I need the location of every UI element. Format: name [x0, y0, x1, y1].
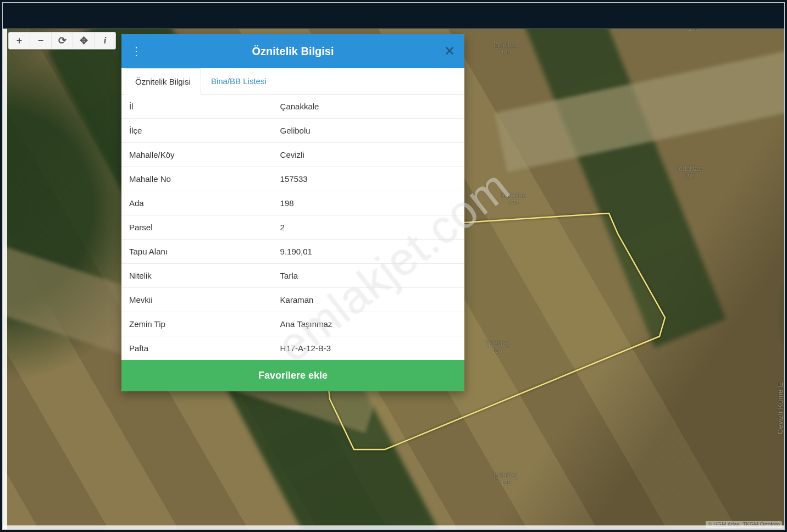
frame-edge [3, 525, 784, 529]
app-header [3, 3, 784, 28]
locate-icon: ✥ [80, 35, 88, 47]
modal-close-button[interactable]: ✕ [435, 34, 464, 68]
attribute-key: Zemin Tip [121, 312, 273, 336]
parcel-label: İğdelitaş198 [677, 165, 702, 180]
table-row: Zemin TipAna Taşınmaz [121, 312, 464, 336]
attribute-key: Tapu Alanı [121, 240, 273, 264]
attribute-value: Cevizli [273, 143, 464, 167]
reset-view-button[interactable]: ⟳ [52, 32, 73, 49]
reset-view-icon: ⟳ [58, 35, 66, 47]
zoom-out-button[interactable]: − [30, 32, 52, 49]
attribute-value: Ana Taşınmaz [273, 312, 464, 336]
parcel-label: İğdelitaş198 [494, 41, 518, 57]
satellite-map[interactable]: İğdelitaş198İğdelitaş198İğdelitaş198İğde… [3, 29, 784, 529]
attribute-value: 9.190,01 [273, 240, 464, 264]
zoom-out-icon: − [38, 35, 44, 47]
attribute-key: Parsel [121, 215, 273, 240]
table-row: İlçeGelibolu [121, 119, 464, 143]
attribute-key: Mahalle/Köy [121, 143, 273, 167]
parcel-label: İğdelitaş198 [494, 472, 518, 487]
zoom-in-button[interactable]: + [9, 32, 30, 49]
table-row: Mahalle No157533 [121, 167, 464, 191]
modal-title: Öznitelik Bilgisi [151, 45, 435, 58]
attribute-value: Karaman [273, 288, 464, 312]
attribute-key: İlçe [121, 119, 273, 143]
parcel-label: İğdelitaş198 [681, 29, 706, 33]
table-row: Mahalle/KöyCevizli [121, 143, 464, 167]
tab-attribute-info[interactable]: Öznitelik Bilgisi [125, 68, 201, 95]
attribute-value: 2 [273, 215, 464, 240]
table-row: Parsel2 [121, 215, 464, 240]
attribute-value: H17-A-12-B-3 [273, 336, 464, 361]
attribute-key: Ada [121, 191, 273, 215]
frame-edge [3, 29, 7, 529]
attribute-key: Mevkii [121, 288, 273, 312]
attribute-value: Gelibolu [273, 119, 464, 143]
map-toolbar: +−⟳✥i [8, 32, 116, 49]
locate-button[interactable]: ✥ [73, 32, 95, 49]
table-row: İlÇanakkale [121, 95, 464, 119]
tab-building-list[interactable]: Bina/BB Listesi [201, 68, 276, 94]
table-row: Tapu Alanı9.190,01 [121, 240, 464, 264]
attribute-value: 157533 [273, 167, 464, 191]
attribute-modal: ⋮ Öznitelik Bilgisi ✕ Öznitelik BilgisiB… [121, 34, 464, 391]
table-row: Ada198 [121, 191, 464, 215]
attribute-value: 198 [273, 191, 464, 215]
table-row: PaftaH17-A-12-B-3 [121, 336, 464, 361]
add-to-favorites-button[interactable]: Favorilere ekle [121, 360, 464, 391]
zoom-in-icon: + [16, 35, 23, 47]
attribute-value: Tarla [273, 264, 464, 288]
frame-edge [3, 29, 784, 29]
attribute-key: Pafta [121, 336, 273, 361]
attribute-key: İl [121, 95, 273, 119]
identify-button[interactable]: i [95, 32, 115, 49]
attribute-table: İlÇanakkaleİlçeGeliboluMahalle/KöyCevizl… [121, 95, 464, 360]
attribute-key: Mahalle No [121, 167, 273, 191]
modal-header: ⋮ Öznitelik Bilgisi ✕ [121, 34, 464, 68]
table-row: NitelikTarla [121, 264, 464, 288]
parcel-label: İğdelitaş334 [501, 191, 526, 207]
modal-tabs: Öznitelik BilgisiBina/BB Listesi [121, 68, 464, 95]
attribute-value: Çanakkale [273, 95, 464, 119]
street-label: Cevizli Küme E [776, 382, 784, 434]
identify-icon: i [104, 35, 107, 46]
drag-handle-icon[interactable]: ⋮ [121, 34, 151, 68]
attribute-key: Nitelik [121, 264, 273, 288]
parcel-label: İğdelitaş198 [485, 340, 509, 355]
table-row: MevkiiKaraman [121, 288, 464, 312]
